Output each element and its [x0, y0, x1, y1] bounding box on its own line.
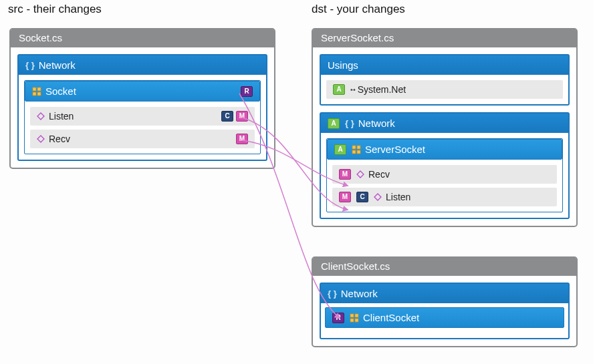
- svg-rect-2: [33, 92, 36, 96]
- badge-moved: M: [339, 169, 351, 180]
- method-icon: [37, 135, 45, 143]
- badge-changed: C: [221, 111, 233, 122]
- file-socket[interactable]: Socket.cs { } Network Socket R: [9, 28, 275, 169]
- svg-rect-0: [33, 87, 36, 91]
- method-icon: [356, 170, 364, 178]
- svg-rect-14: [350, 319, 354, 322]
- svg-rect-13: [355, 314, 358, 317]
- class-clientsocket[interactable]: R ClientSocket: [325, 307, 564, 328]
- method-icon: [374, 193, 382, 201]
- class-socket[interactable]: Socket R Listen C M: [24, 80, 261, 154]
- member-listen-dst[interactable]: M C Listen: [332, 188, 557, 206]
- namespace-network-client[interactable]: { } Network R ClientSocket: [320, 283, 570, 339]
- usings-label: Usings: [328, 59, 358, 71]
- namespace-label: Network: [341, 288, 378, 299]
- svg-rect-15: [355, 319, 358, 322]
- badge-added: A: [328, 118, 340, 129]
- svg-rect-12: [350, 314, 354, 317]
- class-icon: [350, 313, 359, 323]
- class-label: ClientSocket: [363, 312, 419, 323]
- svg-rect-9: [357, 150, 360, 154]
- member-label: Recv: [368, 169, 390, 180]
- using-icon: •·•: [350, 86, 355, 94]
- using-label: System.Net: [358, 84, 406, 95]
- member-recv-dst[interactable]: M Recv: [332, 165, 557, 184]
- member-label: Listen: [49, 111, 74, 122]
- method-icon: [37, 112, 45, 120]
- svg-rect-1: [37, 87, 41, 91]
- class-label: ServerSocket: [365, 144, 425, 155]
- namespace-icon: { }: [25, 60, 35, 70]
- badge-added: A: [333, 84, 345, 95]
- namespace-network-dst[interactable]: A { } Network A ServerSocket M: [320, 112, 570, 219]
- badge-added: A: [334, 144, 346, 155]
- file-title: Socket.cs: [11, 29, 274, 47]
- class-icon: [352, 145, 361, 154]
- namespace-icon: { }: [345, 118, 354, 128]
- class-icon: [32, 87, 41, 96]
- namespace-icon: { }: [328, 289, 337, 299]
- class-label: Socket: [45, 85, 76, 97]
- svg-rect-7: [357, 146, 360, 149]
- using-system-net[interactable]: A •·• System.Net: [326, 80, 563, 99]
- badge-moved: M: [339, 192, 351, 202]
- badge-moved: M: [236, 111, 248, 122]
- member-label: Recv: [49, 134, 70, 144]
- svg-marker-5: [37, 136, 44, 142]
- svg-rect-8: [352, 150, 356, 154]
- member-label: Listen: [386, 192, 410, 202]
- class-serversocket[interactable]: A ServerSocket M Recv: [326, 138, 563, 212]
- badge-renamed: R: [241, 86, 253, 97]
- svg-marker-4: [37, 113, 44, 120]
- column-label-src: src - their changes: [8, 3, 102, 16]
- usings-section[interactable]: Usings A •·• System.Net: [320, 54, 570, 106]
- svg-marker-11: [374, 194, 381, 200]
- badge-changed: C: [356, 192, 368, 202]
- badge-renamed: R: [332, 313, 344, 323]
- file-serversocket[interactable]: ServerSocket.cs Usings A •·• System.Net …: [312, 28, 578, 227]
- column-label-dst: dst - your changes: [312, 3, 405, 16]
- class-underline: [329, 329, 560, 331]
- member-recv[interactable]: Recv M: [30, 130, 255, 148]
- namespace-network[interactable]: { } Network Socket R: [17, 54, 267, 161]
- file-title: ServerSocket.cs: [313, 29, 576, 47]
- file-title: ClientSocket.cs: [313, 258, 576, 276]
- svg-rect-3: [37, 92, 41, 96]
- svg-marker-10: [357, 171, 364, 178]
- badge-moved: M: [236, 134, 248, 144]
- namespace-label: Network: [358, 118, 395, 129]
- file-clientsocket[interactable]: ClientSocket.cs { } Network R ClientSock…: [312, 256, 578, 347]
- namespace-label: Network: [39, 59, 76, 71]
- svg-rect-6: [352, 146, 356, 149]
- member-listen[interactable]: Listen C M: [30, 107, 255, 126]
